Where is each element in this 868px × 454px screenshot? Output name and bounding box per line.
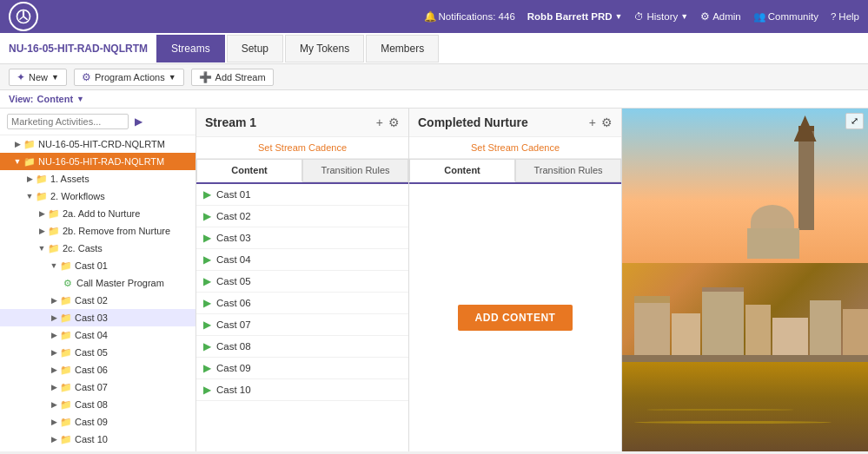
- sidebar-item-cast09[interactable]: 📁 Cast 09: [0, 413, 195, 431]
- stream1-cast-06[interactable]: ▶ Cast 06: [196, 293, 408, 314]
- folder-cast04-icon: 📁: [59, 330, 73, 341]
- toolbar: ✦ New ▼ ⚙ Program Actions ▼ ➕ Add Stream: [0, 64, 868, 90]
- search-nav-icon[interactable]: ▶: [135, 115, 142, 128]
- play-cast06-icon: ▶: [203, 297, 211, 309]
- help-label: Help: [838, 11, 859, 22]
- play-cast09-icon: ▶: [203, 362, 211, 374]
- sidebar-item-cast06[interactable]: 📁 Cast 06: [0, 361, 195, 378]
- program-icon: ⚙: [82, 71, 91, 83]
- admin-item[interactable]: ⚙ Admin: [700, 10, 741, 23]
- stream1-add-icon[interactable]: +: [376, 115, 383, 129]
- nurture-tabs: Content Transition Rules: [409, 159, 621, 184]
- folder-cast08-icon: 📁: [59, 399, 73, 411]
- user-item[interactable]: Robb Barrett PRD ▼: [527, 11, 623, 22]
- stream1-settings-icon[interactable]: ⚙: [388, 115, 400, 129]
- nurture-panel: Completed Nurture + ⚙ Set Stream Cadence…: [409, 109, 622, 451]
- stream1-cast07-label: Cast 07: [216, 319, 251, 330]
- sidebar-item-cast03[interactable]: 📁 Cast 03: [0, 309, 195, 326]
- sidebar-item-cast04[interactable]: 📁 Cast 04: [0, 326, 195, 344]
- folder-casts-icon: 📁: [47, 243, 61, 254]
- search-input[interactable]: [7, 114, 129, 129]
- expander-cast09-icon: [49, 418, 59, 426]
- sidebar-item-cast07[interactable]: 📁 Cast 07: [0, 378, 195, 396]
- sidebar-item-casts[interactable]: 📁 2c. Casts: [0, 240, 195, 257]
- breadcrumb[interactable]: NU-16-05-HIT-RAD-NQLRTM: [9, 43, 148, 55]
- sidebar-item-workflows[interactable]: 📁 2. Workflows: [0, 188, 195, 205]
- app-logo[interactable]: [9, 2, 38, 31]
- tab-streams[interactable]: Streams: [156, 35, 225, 63]
- nurture-cadence: Set Stream Cadence: [409, 137, 621, 159]
- stream1-cast-08[interactable]: ▶ Cast 08: [196, 336, 408, 358]
- new-label: New: [29, 72, 48, 82]
- stream1-tab-content[interactable]: Content: [196, 159, 302, 182]
- program-actions-button[interactable]: ⚙ Program Actions ▼: [74, 69, 184, 86]
- nurture-settings-icon[interactable]: ⚙: [601, 115, 613, 129]
- stream1-cast-05[interactable]: ▶ Cast 05: [196, 271, 408, 293]
- community-item[interactable]: 👥 Community: [753, 10, 818, 23]
- view-content-link[interactable]: Content: [37, 94, 74, 104]
- sidebar-item-label-crd: NU-16-05-HIT-CRD-NQLRTM: [38, 139, 192, 149]
- stream1-content: ▶ Cast 01 ▶ Cast 02 ▶ Cast 03 ▶ Cast 04 …: [196, 184, 408, 451]
- user-chevron-icon: ▼: [615, 12, 623, 21]
- sidebar-item-cast08[interactable]: 📁 Cast 08: [0, 396, 195, 413]
- background-image-panel: ⤢: [622, 109, 868, 451]
- nurture-tab-transition[interactable]: Transition Rules: [515, 159, 621, 182]
- view-label-text: View:: [9, 94, 34, 104]
- notifications-item[interactable]: 🔔 Notifications: 446: [424, 10, 515, 23]
- sidebar-item-label-cast06: Cast 06: [75, 365, 192, 375]
- stream1-cast-09[interactable]: ▶ Cast 09: [196, 358, 408, 379]
- sidebar-item-cast01[interactable]: 📁 Cast 01: [0, 257, 195, 274]
- top-navigation: 🔔 Notifications: 446 Robb Barrett PRD ▼ …: [0, 0, 868, 33]
- play-cast10-icon: ▶: [203, 384, 211, 396]
- sidebar-item-label-cast07: Cast 07: [75, 382, 192, 392]
- community-label: Community: [768, 11, 818, 22]
- expander-cast04-icon: [49, 331, 59, 339]
- sidebar-item-cast02[interactable]: 📁 Cast 02: [0, 292, 195, 309]
- nurture-cadence-link[interactable]: Set Stream Cadence: [471, 142, 560, 153]
- stream1-cast-02[interactable]: ▶ Cast 02: [196, 206, 408, 227]
- sidebar-item-add-nurture[interactable]: 📁 2a. Add to Nurture: [0, 205, 195, 222]
- community-icon: 👥: [753, 10, 765, 23]
- sidebar-item-rad[interactable]: 📁 NU-16-05-HIT-RAD-NQLRTM: [0, 153, 195, 170]
- sidebar-item-label-cast04: Cast 04: [75, 330, 192, 340]
- folder-cast05-icon: 📁: [59, 347, 73, 359]
- tab-my-tokens[interactable]: My Tokens: [285, 35, 364, 63]
- expander-remove-nurture-icon: [36, 227, 47, 235]
- sidebar-item-remove-nurture[interactable]: 📁 2b. Remove from Nurture: [0, 222, 195, 240]
- nurture-header: Completed Nurture + ⚙: [409, 109, 621, 137]
- nurture-add-icon[interactable]: +: [589, 115, 596, 129]
- stream1-cast-04[interactable]: ▶ Cast 04: [196, 249, 408, 271]
- stream1-tab-transition[interactable]: Transition Rules: [302, 159, 408, 182]
- history-item[interactable]: ⏱ History ▼: [634, 11, 688, 22]
- stream1-cast-01[interactable]: ▶ Cast 01: [196, 184, 408, 206]
- stream1-cast-10[interactable]: ▶ Cast 10: [196, 379, 408, 401]
- new-button[interactable]: ✦ New ▼: [9, 69, 67, 86]
- stream1-cast-07[interactable]: ▶ Cast 07: [196, 314, 408, 336]
- stream1-cadence-link[interactable]: Set Stream Cadence: [258, 142, 347, 153]
- secondary-navigation: NU-16-05-HIT-RAD-NQLRTM Streams Setup My…: [0, 33, 868, 64]
- expander-cast08-icon: [49, 400, 59, 409]
- sidebar-item-assets[interactable]: 📁 1. Assets: [0, 170, 195, 188]
- folder-cast07-icon: 📁: [59, 382, 73, 393]
- nurture-tab-content[interactable]: Content: [409, 159, 515, 182]
- help-item[interactable]: ? Help: [831, 11, 859, 22]
- view-label-bar: View: Content ▼: [0, 90, 868, 109]
- admin-label: Admin: [712, 11, 741, 22]
- maximize-button[interactable]: ⤢: [845, 113, 864, 129]
- stream1-cast08-label: Cast 08: [216, 341, 251, 352]
- sidebar-item-label-cast05: Cast 05: [75, 347, 192, 358]
- sidebar-item-cast05[interactable]: 📁 Cast 05: [0, 344, 195, 361]
- sidebar-item-call-master[interactable]: ⚙ Call Master Program: [0, 274, 195, 292]
- stream1-cast-03[interactable]: ▶ Cast 03: [196, 227, 408, 249]
- content-area: Stream 1 + ⚙ Set Stream Cadence Content …: [196, 109, 868, 451]
- tab-members[interactable]: Members: [366, 35, 439, 63]
- sidebar-item-cast11[interactable]: 📁 Cast 11: [0, 448, 195, 451]
- add-stream-button[interactable]: ➕ Add Stream: [191, 69, 274, 86]
- user-name: Robb Barrett PRD: [527, 11, 613, 22]
- folder-cast03-icon: 📁: [59, 313, 73, 324]
- play-cast08-icon: ▶: [203, 340, 211, 352]
- tab-setup[interactable]: Setup: [227, 35, 283, 63]
- sidebar-item-crd[interactable]: 📁 NU-16-05-HIT-CRD-NQLRTM: [0, 135, 195, 153]
- sidebar-item-cast10[interactable]: 📁 Cast 10: [0, 431, 195, 448]
- add-content-button[interactable]: ADD CONTENT: [458, 305, 573, 331]
